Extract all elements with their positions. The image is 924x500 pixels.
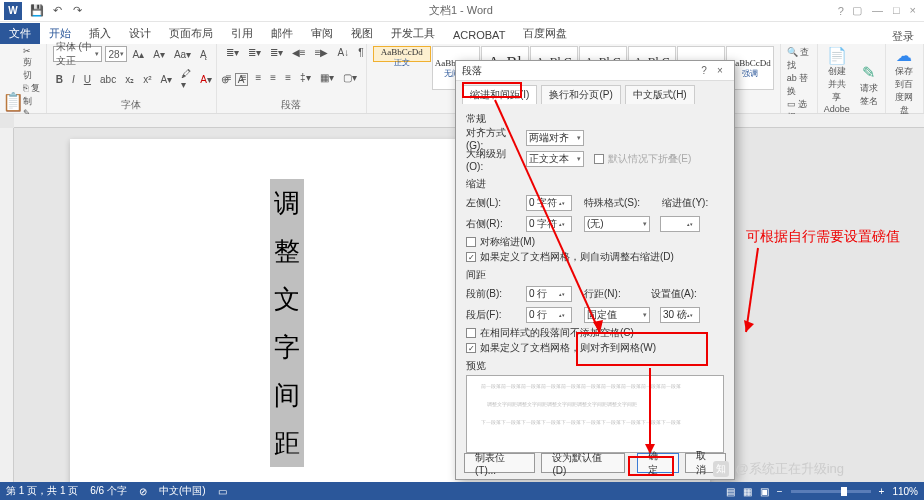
dialog-help-icon[interactable]: ? <box>696 65 712 76</box>
zoom-in-icon[interactable]: + <box>879 486 885 497</box>
autogrid2-checkbox[interactable]: ✓ <box>466 343 476 353</box>
document-text[interactable]: 调整文字间距 <box>270 179 304 467</box>
style-item[interactable]: AaBbCcDd正文 <box>373 46 431 62</box>
subscript-icon[interactable]: x₂ <box>122 73 137 86</box>
close-icon[interactable]: × <box>910 4 916 17</box>
before-input[interactable]: 0 行▴▾ <box>526 286 572 302</box>
baidu-save-button[interactable]: ☁ 保存到百度网盘 <box>892 46 917 117</box>
save-icon[interactable]: 💾 <box>30 4 44 18</box>
font-label: 字体 <box>53 98 210 112</box>
cut-button[interactable]: ✂ 剪切 <box>23 46 40 82</box>
ribbon-opts-icon[interactable]: ▢ <box>852 4 862 17</box>
maximize-icon[interactable]: □ <box>893 4 900 17</box>
font-size-select[interactable]: 28▾ <box>105 46 126 62</box>
underline-icon[interactable]: U <box>81 73 94 86</box>
minimize-icon[interactable]: — <box>872 4 883 17</box>
dialog-tab-chinese[interactable]: 中文版式(H) <box>625 85 695 104</box>
view-print-icon[interactable]: ▤ <box>726 486 735 497</box>
collapse-checkbox <box>594 154 604 164</box>
dec-indent-icon[interactable]: ◀≡ <box>289 46 309 59</box>
tabstop-button[interactable]: 制表位(T)... <box>464 453 535 473</box>
collapse-label: 默认情况下折叠(E) <box>608 152 691 166</box>
tab-acrobat[interactable]: ACROBAT <box>444 26 514 44</box>
superscript-icon[interactable]: x² <box>140 73 154 86</box>
distribute-icon[interactable]: ≡ <box>282 71 294 84</box>
acrobat-sign-button[interactable]: ✎ 请求签名 <box>858 63 879 108</box>
tab-layout[interactable]: 页面布局 <box>160 23 222 44</box>
status-insert-icon[interactable]: ▭ <box>218 486 227 497</box>
align-justify-icon[interactable]: ≡ <box>267 71 279 84</box>
dialog-tab-indent[interactable]: 缩进和间距(I) <box>462 85 537 104</box>
special-select[interactable]: (无)▾ <box>584 216 650 232</box>
help-icon[interactable]: ? <box>838 5 844 17</box>
status-lang[interactable]: 中文(中国) <box>159 484 206 498</box>
view-read-icon[interactable]: ▦ <box>743 486 752 497</box>
status-proof-icon[interactable]: ⊘ <box>139 486 147 497</box>
text-effect-icon[interactable]: A▾ <box>158 73 176 86</box>
borders-icon[interactable]: ▢▾ <box>340 71 360 84</box>
tab-review[interactable]: 审阅 <box>302 23 342 44</box>
copy-button[interactable]: ⎘ 复制 <box>23 82 40 108</box>
line-spacing-icon[interactable]: ‡▾ <box>297 71 314 84</box>
indval-input[interactable]: ▴▾ <box>660 216 700 232</box>
ok-button[interactable]: 确定 <box>637 453 678 473</box>
align-select[interactable]: 两端对齐▾ <box>526 130 584 146</box>
zoom-value[interactable]: 110% <box>892 486 918 497</box>
tab-mailings[interactable]: 邮件 <box>262 23 302 44</box>
redo-icon[interactable]: ↷ <box>70 4 84 18</box>
outline-select[interactable]: 正文文本▾ <box>526 151 584 167</box>
nospace-label: 在相同样式的段落间不添加空格(C) <box>480 326 634 340</box>
multilevel-icon[interactable]: ≣▾ <box>267 46 286 59</box>
shrink-font-icon[interactable]: A▾ <box>150 48 168 61</box>
view-web-icon[interactable]: ▣ <box>760 486 769 497</box>
tab-references[interactable]: 引用 <box>222 23 262 44</box>
autogrid1-checkbox[interactable]: ✓ <box>466 252 476 262</box>
tab-file[interactable]: 文件 <box>0 23 40 44</box>
bullets-icon[interactable]: ≣▾ <box>223 46 242 59</box>
right-indent-input[interactable]: 0 字符▴▾ <box>526 216 572 232</box>
nospace-checkbox[interactable] <box>466 328 476 338</box>
sort-icon[interactable]: A↓ <box>334 46 352 59</box>
status-words[interactable]: 6/6 个字 <box>90 484 127 498</box>
mirror-checkbox[interactable] <box>466 237 476 247</box>
paragraph-dialog: 段落 ? × 缩进和间距(I) 换行和分页(P) 中文版式(H) 常规 对齐方式… <box>455 60 735 480</box>
zoom-out-icon[interactable]: − <box>777 486 783 497</box>
align-center-icon[interactable]: ≡ <box>238 71 250 84</box>
left-indent-input[interactable]: 0 字符▴▾ <box>526 195 572 211</box>
after-input[interactable]: 0 行▴▾ <box>526 307 572 323</box>
tab-baidu[interactable]: 百度网盘 <box>514 23 576 44</box>
default-button[interactable]: 设为默认值(D) <box>541 453 625 473</box>
highlight-icon[interactable]: 🖍▾ <box>178 67 194 91</box>
tab-view[interactable]: 视图 <box>342 23 382 44</box>
ruler-vertical[interactable] <box>0 128 14 482</box>
acrobat-share-button[interactable]: 📄 创建并共享Adobe PDF <box>824 46 851 124</box>
clear-format-icon[interactable]: Ą <box>197 48 210 61</box>
setval-input[interactable]: 30 磅▴▾ <box>660 307 700 323</box>
zoom-slider[interactable] <box>791 490 871 493</box>
linespace-select[interactable]: 固定值▾ <box>584 307 650 323</box>
italic-icon[interactable]: I <box>69 73 78 86</box>
tab-design[interactable]: 设计 <box>120 23 160 44</box>
numbering-icon[interactable]: ≣▾ <box>245 46 264 59</box>
change-case-icon[interactable]: Aa▾ <box>171 48 194 61</box>
strike-icon[interactable]: abc <box>97 73 119 86</box>
dialog-tab-linebreak[interactable]: 换行和分页(P) <box>541 85 620 104</box>
status-page[interactable]: 第 1 页，共 1 页 <box>6 484 78 498</box>
grow-font-icon[interactable]: A▴ <box>130 48 148 61</box>
bold-icon[interactable]: B <box>53 73 66 86</box>
find-button[interactable]: 🔍 查找 <box>787 46 811 72</box>
tab-developer[interactable]: 开发工具 <box>382 23 444 44</box>
align-left-icon[interactable]: ≡ <box>223 71 235 84</box>
login-link[interactable]: 登录 <box>892 29 924 44</box>
font-color-icon[interactable]: A▾ <box>197 73 215 86</box>
title-bar: W 💾 ↶ ↷ 文档1 - Word ? ▢ — □ × <box>0 0 924 22</box>
show-marks-icon[interactable]: ¶ <box>355 46 366 59</box>
inc-indent-icon[interactable]: ≡▶ <box>312 46 332 59</box>
paste-icon[interactable]: 📋 <box>6 95 20 109</box>
replace-button[interactable]: ab 替换 <box>787 72 811 98</box>
dialog-close-icon[interactable]: × <box>712 65 728 76</box>
font-name-select[interactable]: 宋体 (中文正▾ <box>53 46 103 62</box>
shading-icon[interactable]: ▦▾ <box>317 71 337 84</box>
align-right-icon[interactable]: ≡ <box>252 71 264 84</box>
undo-icon[interactable]: ↶ <box>50 4 64 18</box>
